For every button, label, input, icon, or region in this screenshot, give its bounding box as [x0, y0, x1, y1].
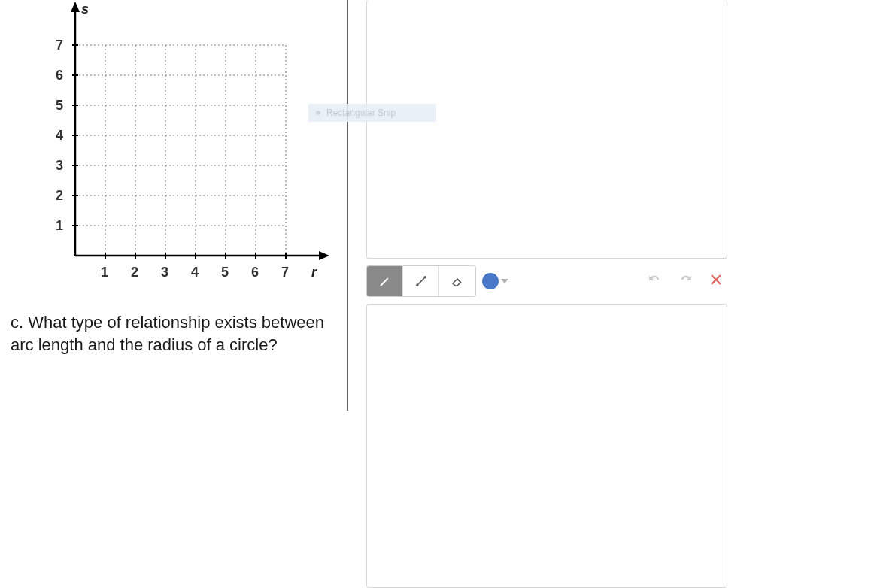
y-axis-label: s: [81, 2, 89, 17]
snip-hint-overlay: Rectangular Snip: [308, 104, 436, 122]
question-text: What type of relationship exists between…: [11, 313, 324, 354]
y-tick-4: 4: [56, 128, 63, 144]
svg-marker-1: [71, 2, 80, 12]
x-tick-3: 3: [161, 265, 168, 280]
question-c: c. What type of relationship exists betw…: [11, 311, 326, 356]
answer-canvas-top[interactable]: [366, 0, 727, 259]
color-swatch-icon: [482, 273, 499, 289]
drawing-toolbar: [366, 266, 727, 296]
eraser-icon: [450, 274, 465, 288]
y-tick-5: 5: [56, 98, 63, 114]
x-tick-5: 5: [221, 265, 229, 280]
pencil-icon: [378, 274, 392, 288]
x-axis-label: r: [311, 265, 317, 280]
x-tick-6: 6: [251, 265, 259, 280]
redo-icon: [678, 273, 694, 286]
toolbar-right-group: [646, 271, 727, 291]
line-icon: [414, 274, 428, 288]
undo-icon: [646, 273, 663, 286]
snip-hint-label: Rectangular Snip: [326, 108, 396, 118]
x-tick-7: 7: [281, 265, 289, 280]
y-tick-1: 1: [56, 218, 63, 234]
x-tick-4: 4: [191, 265, 199, 280]
question-panel: s r 1 2 3 4 5 6 7 1 2 3 4 5 6 7 c. What …: [0, 0, 348, 411]
y-tick-3: 3: [56, 158, 63, 174]
svg-marker-3: [319, 251, 329, 260]
question-label: c.: [11, 313, 23, 332]
coordinate-grid: s r 1 2 3 4 5 6 7 1 2 3 4 5 6 7: [38, 0, 331, 293]
grid-svg: [38, 0, 331, 293]
tool-group: [366, 265, 476, 297]
answer-canvas-bottom[interactable]: [366, 304, 727, 588]
svg-line-34: [417, 278, 423, 284]
y-tick-2: 2: [56, 188, 63, 204]
chevron-down-icon: [501, 279, 508, 283]
x-tick-1: 1: [101, 265, 108, 280]
line-tool-button[interactable]: [403, 266, 439, 296]
x-tick-2: 2: [131, 265, 138, 280]
undo-button[interactable]: [646, 273, 663, 289]
redo-button[interactable]: [678, 273, 694, 289]
close-icon: [709, 273, 723, 286]
clear-button[interactable]: [709, 271, 723, 291]
color-picker[interactable]: [482, 273, 508, 289]
pencil-tool-button[interactable]: [367, 266, 403, 296]
bullet-icon: [316, 111, 320, 115]
y-tick-7: 7: [56, 38, 63, 53]
y-tick-6: 6: [56, 68, 63, 83]
eraser-tool-button[interactable]: [439, 266, 475, 296]
